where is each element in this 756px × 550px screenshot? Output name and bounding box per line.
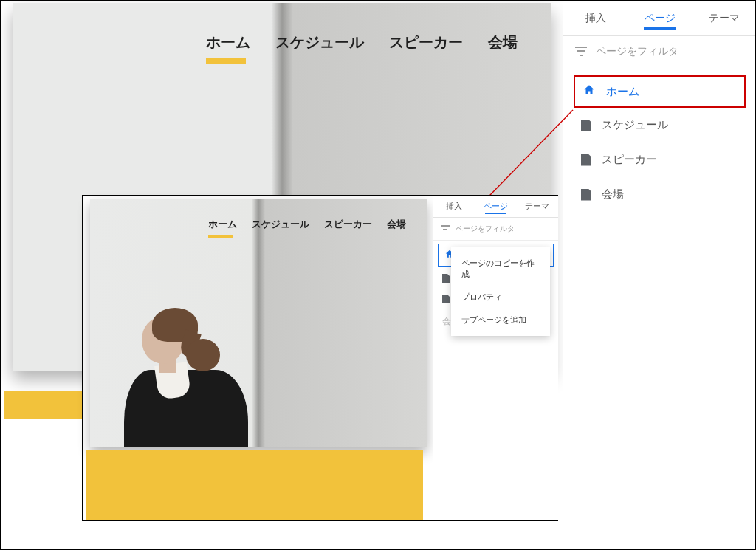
nav-label: ホーム [208,219,237,230]
page-item-schedule[interactable]: スケジュール [563,108,756,142]
menu-label: サブページを追加 [461,315,526,324]
tab-pages[interactable]: ページ [628,12,692,25]
tab-insert[interactable]: 挿入 [433,201,475,212]
hero-person-illustration [114,299,261,447]
nav-item-speakers[interactable]: スピーカー [389,32,463,52]
side-panel-small: 挿入 ページ テーマ ページをフィルタ 会場 [433,196,558,520]
nav-item-home[interactable]: ホーム [206,32,250,52]
filter-icon [575,47,587,57]
page-icon [442,274,450,283]
page-item-speakers[interactable]: スピーカー [563,142,756,177]
filter-pages-large[interactable]: ページをフィルタ [563,36,756,69]
tab-pages[interactable]: ページ [475,201,516,212]
site-nav-small: ホーム スケジュール スピーカー 会場 [208,218,406,231]
tab-label: テーマ [525,202,549,210]
nav-label: スケジュール [275,34,364,50]
nav-item-schedule[interactable]: スケジュール [275,32,364,52]
side-panel-large: 挿入 ページ テーマ ページをフィルタ ホーム スケジュール スピーカー 会場 [563,1,756,549]
yellow-band-small [86,450,423,520]
yellow-band-large [4,391,83,419]
tab-theme[interactable]: テーマ [517,201,558,212]
menu-label: プロパティ [461,292,502,301]
tab-label: 挿入 [585,12,606,24]
page-icon [581,120,591,131]
filter-placeholder: ページをフィルタ [456,224,515,234]
page-context-menu: ページのコピーを作成 プロパティ サブページを追加 [451,247,550,336]
page-item-venue[interactable]: 会場 [563,177,756,212]
tab-insert[interactable]: 挿入 [563,12,628,25]
tab-label: 挿入 [446,202,462,210]
inset-screenshot: ホーム スケジュール スピーカー 会場 挿入 ページ テーマ [82,195,558,521]
menu-properties[interactable]: プロパティ [451,286,550,309]
nav-label: 会場 [387,219,406,230]
nav-item-speakers[interactable]: スピーカー [324,218,372,231]
editor-canvas-small: ホーム スケジュール スピーカー 会場 [85,199,432,518]
nav-label: ホーム [206,34,250,50]
tab-label: ページ [484,202,508,210]
filter-icon [441,225,450,233]
filter-pages-small[interactable]: ページをフィルタ [433,218,558,241]
site-nav-large: ホーム スケジュール スピーカー 会場 [206,32,518,52]
tab-label: ページ [645,12,676,24]
menu-label: ページのコピーを作成 [461,258,535,278]
menu-duplicate-page[interactable]: ページのコピーを作成 [451,252,550,286]
menu-add-subpage[interactable]: サブページを追加 [451,309,550,331]
filter-placeholder: ページをフィルタ [596,45,678,58]
page-item-home-highlight[interactable]: ホーム [574,75,746,108]
hero-section-small: ホーム スケジュール スピーカー 会場 [90,199,427,447]
nav-item-schedule[interactable]: スケジュール [252,218,309,231]
tab-label: テーマ [709,12,740,24]
page-label: スケジュール [602,118,668,132]
nav-item-venue[interactable]: 会場 [387,218,406,231]
nav-label: スピーカー [324,219,372,230]
page-label: ホーム [606,85,639,99]
page-icon [442,295,450,303]
nav-item-home[interactable]: ホーム [208,218,237,231]
side-tabs-small: 挿入 ページ テーマ [433,196,558,218]
page-icon [581,154,591,166]
page-icon [581,189,591,201]
nav-label: 会場 [488,34,518,50]
nav-label: スケジュール [252,219,309,230]
nav-item-venue[interactable]: 会場 [488,32,518,52]
side-tabs-large: 挿入 ページ テーマ [563,1,756,36]
tab-theme[interactable]: テーマ [692,12,756,25]
page-label: スピーカー [602,153,657,167]
page-label: 会場 [602,188,624,202]
nav-label: スピーカー [389,34,463,50]
home-icon [583,83,596,100]
